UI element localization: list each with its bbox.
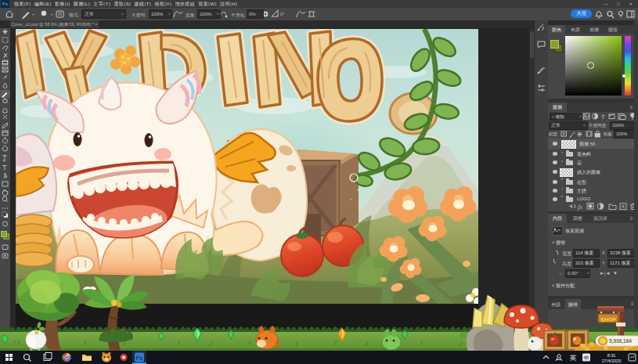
svg-text:8:31: 8:31 bbox=[607, 353, 616, 358]
svg-text:T: T bbox=[601, 114, 605, 120]
svg-text:T: T bbox=[2, 164, 7, 171]
svg-text:27/4/2025: 27/4/2025 bbox=[602, 359, 621, 363]
svg-text:Ps: Ps bbox=[136, 355, 143, 362]
svg-text:中: 中 bbox=[584, 355, 589, 361]
svg-text:fx: fx bbox=[578, 204, 582, 211]
svg-text:英: 英 bbox=[569, 354, 577, 362]
